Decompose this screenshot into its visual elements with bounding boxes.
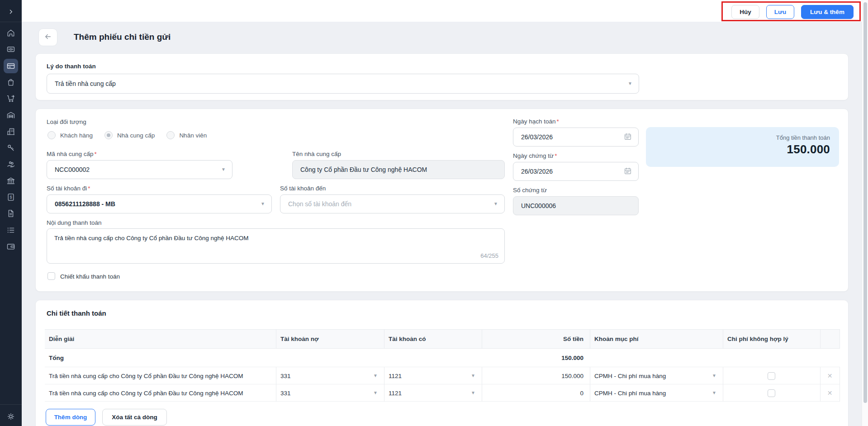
- row-credit-select[interactable]: 1121▼: [384, 367, 482, 384]
- radio-customer[interactable]: [47, 131, 56, 139]
- delete-row-x-icon[interactable]: ✕: [827, 372, 833, 379]
- sidebar-item-warehouse[interactable]: [0, 107, 22, 123]
- page-title: Thêm phiếu chi tiền gửi: [74, 32, 171, 42]
- sidebar-item-payroll[interactable]: [0, 156, 22, 172]
- content-textarea[interactable]: Trả tiền nhà cung cấp cho Công ty Cổ phầ…: [47, 228, 505, 264]
- scrollbar-thumb[interactable]: [863, 2, 867, 403]
- reason-card: Lý do thanh toán Trả tiền nhà cung cấp ▼: [35, 53, 849, 100]
- document-date-value: 26/03/2026: [521, 168, 624, 175]
- row-amount[interactable]: 150.000: [482, 367, 590, 384]
- radio-supplier[interactable]: [104, 131, 113, 139]
- document-date-input[interactable]: 26/03/2026: [513, 162, 639, 181]
- detail-title: Chi tiết thanh toán: [47, 309, 106, 317]
- col-expense-item: Khoản mục phí: [590, 330, 723, 348]
- col-actions: [820, 330, 840, 348]
- invalid-expense-checkbox[interactable]: [768, 389, 775, 397]
- cancel-button[interactable]: Hủy: [731, 5, 759, 19]
- sidebar-item-wallet[interactable]: [0, 238, 22, 255]
- chevron-down-icon: ▼: [261, 202, 265, 206]
- chevron-down-icon: ▼: [712, 391, 716, 395]
- svg-text:$: $: [10, 195, 12, 199]
- row-debit-select[interactable]: 331▼: [276, 367, 384, 384]
- calendar-icon[interactable]: [624, 167, 632, 176]
- chevron-down-icon: ▼: [493, 202, 498, 206]
- table-row: Trả tiền nhà cung cấp cho Công ty Cổ phầ…: [45, 384, 840, 402]
- sidebar-item-bank-deposit[interactable]: [0, 58, 22, 74]
- total-amount-panel: Tổng tiền thanh toán 150.000: [646, 127, 839, 167]
- row-amount[interactable]: 0: [482, 384, 590, 402]
- col-credit-account: Tài khoản có: [384, 330, 482, 348]
- save-button[interactable]: Lưu: [766, 5, 794, 19]
- document-no-value: UNC000006: [521, 202, 632, 209]
- sidebar-item-banking[interactable]: [0, 173, 22, 189]
- clear-rows-button[interactable]: Xóa tất cả dòng: [102, 409, 167, 426]
- sidebar-item-tools[interactable]: [0, 140, 22, 156]
- sidebar-item-invoices[interactable]: $: [0, 189, 22, 205]
- calendar-icon[interactable]: [624, 133, 632, 142]
- shopping-bag-icon: [4, 75, 18, 90]
- add-row-button[interactable]: Thêm dòng: [46, 409, 95, 426]
- row-expense-select[interactable]: CPMH - Chi phí mua hàng▼: [590, 384, 723, 402]
- account-from-label: Số tài khoản đi*: [47, 185, 90, 192]
- row-description[interactable]: Trả tiền nhà cung cấp cho Công ty Cổ phầ…: [45, 367, 276, 384]
- page-scrollbar[interactable]: [862, 0, 868, 426]
- posting-date-value: 26/03/2026: [521, 133, 624, 141]
- posting-date-label: Ngày hạch toán*: [513, 118, 559, 125]
- radio-employee-label: Nhân viên: [179, 132, 207, 139]
- row-description[interactable]: Trả tiền nhà cung cấp cho Công ty Cổ phầ…: [45, 384, 276, 402]
- arrow-left-icon: [44, 33, 52, 43]
- row-credit-select[interactable]: 1121▼: [384, 384, 482, 402]
- supplier-name-value: Công ty Cổ phần Đầu tư Công nghệ HACOM: [300, 166, 498, 173]
- chevron-down-icon: ▼: [471, 374, 475, 378]
- warehouse-icon: [4, 108, 18, 123]
- total-row-label: Tổng: [45, 349, 276, 367]
- sidebar-item-lists[interactable]: [0, 222, 22, 238]
- supplier-code-select[interactable]: NCC000002 ▼: [47, 160, 232, 179]
- key-icon: [4, 141, 18, 155]
- sidebar-divider-bottom: [0, 404, 22, 405]
- col-amount: Số tiền: [482, 330, 590, 348]
- gear-icon: [4, 409, 18, 424]
- document-no-label: Số chứng từ: [513, 187, 547, 194]
- wallet-icon: [4, 239, 18, 254]
- sidebar-item-documents[interactable]: [0, 205, 22, 222]
- supplier-code-label: Mã nhà cung cấp*: [47, 151, 97, 157]
- sidebar: $: [0, 0, 22, 426]
- chevron-down-icon: ▼: [628, 81, 632, 86]
- list-icon: [4, 223, 18, 237]
- save-and-add-button[interactable]: Lưu & thêm: [801, 5, 854, 19]
- sidebar-item-sales[interactable]: [0, 90, 22, 107]
- document-date-label: Ngày chứng từ*: [513, 152, 557, 159]
- sidebar-item-settings[interactable]: [0, 408, 22, 425]
- reason-select[interactable]: Trả tiền nhà cung cấp ▼: [47, 74, 639, 94]
- total-amount-value: 150.000: [646, 142, 830, 156]
- delete-row-x-icon[interactable]: ✕: [827, 389, 833, 397]
- sidebar-expand-button[interactable]: [0, 5, 22, 21]
- object-type-radio-group: Khách hàng Nhà cung cấp Nhân viên: [47, 131, 207, 139]
- posting-date-input[interactable]: 26/03/2026: [513, 128, 639, 147]
- table-row: Trả tiền nhà cung cấp cho Công ty Cổ phầ…: [45, 367, 840, 384]
- sidebar-item-company[interactable]: [0, 123, 22, 140]
- back-button[interactable]: [38, 28, 57, 46]
- account-to-select[interactable]: Chọn số tài khoản đến ▼: [280, 194, 505, 213]
- row-expense-select[interactable]: CPMH - Chi phí mua hàng▼: [590, 367, 723, 384]
- radio-supplier-label: Nhà cung cấp: [117, 132, 155, 139]
- account-from-value: 0856211128888 - MB: [55, 200, 261, 208]
- radio-employee[interactable]: [166, 131, 175, 139]
- sidebar-item-cash[interactable]: [0, 41, 22, 57]
- account-from-select[interactable]: 0856211128888 - MB ▼: [47, 194, 272, 213]
- supplier-name-input: Công ty Cổ phần Đầu tư Công nghệ HACOM: [292, 160, 505, 179]
- row-debit-select[interactable]: 331▼: [276, 384, 384, 402]
- sidebar-item-purchases[interactable]: [0, 74, 22, 90]
- discount-checkbox[interactable]: [47, 272, 55, 280]
- reason-label: Lý do thanh toán: [47, 63, 96, 70]
- invalid-expense-checkbox[interactable]: [768, 372, 775, 380]
- supplier-code-value: NCC000002: [55, 166, 221, 173]
- hand-coins-icon: [4, 157, 18, 172]
- discount-label: Chiết khấu thanh toán: [60, 273, 120, 280]
- shopping-cart-icon: [4, 91, 18, 106]
- char-counter: 64/255: [480, 252, 498, 259]
- sidebar-item-home[interactable]: [0, 25, 22, 41]
- table-total-row: Tổng 150.000: [45, 349, 840, 367]
- payment-detail-card: Chi tiết thanh toán Diễn giải Tài khoản …: [35, 300, 849, 426]
